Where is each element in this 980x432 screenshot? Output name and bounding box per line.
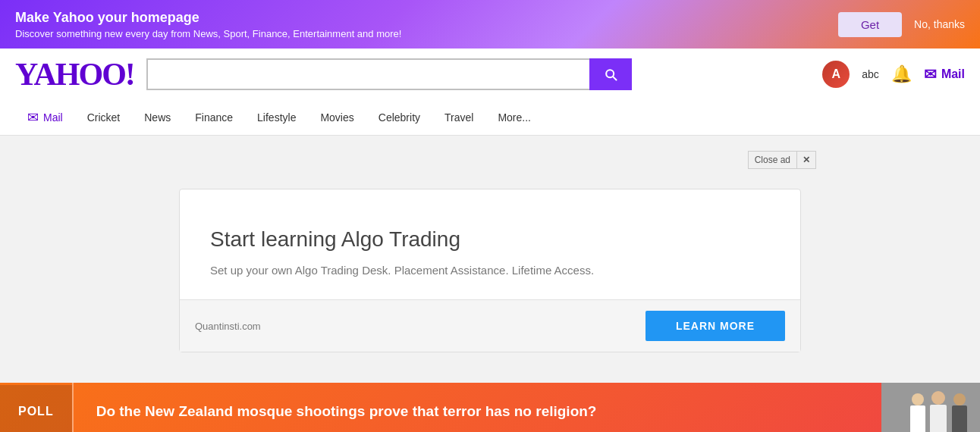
nav-item-travel[interactable]: Travel: [432, 102, 485, 133]
nav-travel-label: Travel: [444, 111, 473, 124]
nav-item-cricket[interactable]: Cricket: [75, 102, 133, 133]
svg-point-1: [912, 393, 924, 405]
ad-card: Start learning Algo Trading Set up your …: [179, 189, 801, 352]
learn-more-button[interactable]: LEARN MORE: [645, 311, 785, 341]
header-right: A abc 🔔 ✉ Mail: [822, 61, 965, 88]
poll-section: POLL Do the New Zealand mosque shootings…: [0, 383, 980, 432]
svg-rect-6: [952, 405, 967, 432]
sidebar-item-mail[interactable]: ✉ Mail: [15, 100, 75, 135]
nav-more-label: More...: [498, 111, 531, 124]
svg-rect-2: [910, 405, 925, 432]
ad-source: Quantinsti.com: [195, 321, 261, 332]
svg-point-3: [931, 391, 945, 405]
nav-item-celebrity[interactable]: Celebrity: [366, 102, 432, 133]
close-ad-controls: Close ad ✕: [748, 151, 816, 169]
close-ad-button[interactable]: Close ad: [748, 151, 797, 169]
svg-point-5: [953, 393, 966, 405]
nav-item-lifestyle[interactable]: Lifestyle: [245, 102, 308, 133]
ad-subtitle: Set up your own Algo Trading Desk. Place…: [210, 264, 770, 277]
ad-footer: Quantinsti.com LEARN MORE: [180, 299, 800, 352]
search-icon: [603, 67, 618, 82]
ad-container: Close ad ✕ Start learning Algo Trading S…: [164, 151, 816, 368]
nav-news-label: News: [144, 111, 171, 124]
header: YAHOO! A abc 🔔 ✉ Mail: [0, 49, 980, 100]
poll-image: [881, 383, 980, 432]
nav-finance-label: Finance: [195, 111, 233, 124]
banner-actions: Get No, thanks: [838, 12, 965, 37]
username-label: abc: [862, 68, 879, 80]
svg-rect-4: [930, 405, 947, 432]
avatar[interactable]: A: [822, 61, 850, 88]
banner-get-button[interactable]: Get: [838, 12, 902, 37]
nav-cricket-label: Cricket: [87, 111, 121, 124]
top-banner: Make Yahoo your homepage Discover someth…: [0, 0, 980, 49]
banner-text: Make Yahoo your homepage Discover someth…: [15, 10, 401, 39]
nav-item-more[interactable]: More...: [485, 102, 543, 133]
search-input[interactable]: [146, 58, 589, 90]
ad-title: Start learning Algo Trading: [210, 227, 770, 252]
header-mail-link[interactable]: ✉ Mail: [924, 65, 965, 83]
mail-icon: ✉: [27, 109, 39, 126]
nav-mail-label: Mail: [43, 111, 63, 124]
poll-image-svg: [881, 383, 980, 432]
search-button[interactable]: [589, 58, 632, 90]
poll-label: POLL: [0, 385, 72, 432]
nav-movies-label: Movies: [320, 111, 353, 124]
nav-celebrity-label: Celebrity: [378, 111, 420, 124]
nav-item-finance[interactable]: Finance: [183, 102, 245, 133]
nav-item-news[interactable]: News: [132, 102, 183, 133]
nav-lifestyle-label: Lifestyle: [257, 111, 296, 124]
search-container: [146, 58, 632, 90]
mail-envelope-icon: ✉: [924, 65, 937, 83]
nav-item-movies[interactable]: Movies: [308, 102, 366, 133]
navbar: ✉ Mail Cricket News Finance Lifestyle Mo…: [0, 100, 980, 136]
banner-no-thanks-button[interactable]: No, thanks: [914, 18, 965, 30]
banner-subtitle: Discover something new every day from Ne…: [15, 28, 401, 39]
close-ad-x-button[interactable]: ✕: [797, 151, 816, 169]
header-mail-label: Mail: [941, 67, 965, 81]
yahoo-logo[interactable]: YAHOO!: [15, 56, 134, 92]
banner-title: Make Yahoo your homepage: [15, 10, 401, 26]
bell-icon[interactable]: 🔔: [891, 64, 912, 84]
main-content: Close ad ✕ Start learning Algo Trading S…: [0, 136, 980, 383]
poll-question: Do the New Zealand mosque shootings prov…: [74, 403, 881, 420]
